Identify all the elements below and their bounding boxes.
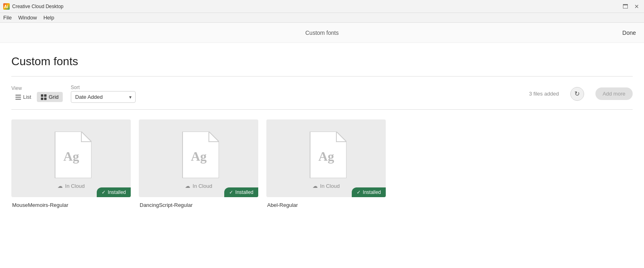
svg-rect-3 <box>15 97 21 98</box>
title-bar: Ai Creative Cloud Desktop 🗖 ✕ <box>0 0 644 13</box>
font-name-2: Abel-Regular <box>266 201 386 208</box>
sort-select[interactable]: Date Added Name <box>71 91 136 103</box>
svg-text:Ai: Ai <box>4 4 8 9</box>
menu-window[interactable]: Window <box>18 15 37 21</box>
cloud-status-text: In Cloud <box>320 183 340 189</box>
font-names-row: MouseMemoirs-Regular DancingScript-Regul… <box>11 201 633 208</box>
cloud-status: ☁ In Cloud <box>312 183 340 189</box>
font-name-label: DancingScript-Regular <box>139 202 193 208</box>
app-title: Creative Cloud Desktop <box>12 4 621 9</box>
font-file-icon: Ag <box>306 132 346 178</box>
font-icon: Ag <box>51 132 91 178</box>
files-added-text: 3 files added <box>529 91 559 97</box>
grid-icon <box>41 94 47 100</box>
installed-badge: ✓ Installed <box>352 187 386 197</box>
refresh-icon: ↻ <box>574 90 580 98</box>
main-content: Custom fonts View List <box>0 43 644 208</box>
cloud-status-text: In Cloud <box>65 183 85 189</box>
menu-bar: File Window Help <box>0 13 644 23</box>
check-icon: ✓ <box>102 189 106 195</box>
sort-section: Sort Date Added Name ▾ <box>71 85 136 103</box>
controls-divider <box>11 109 633 110</box>
font-file-icon: Ag <box>51 132 91 178</box>
cloud-icon: ☁ <box>312 183 318 189</box>
svg-text:Ag: Ag <box>318 149 334 164</box>
check-icon: ✓ <box>357 189 361 195</box>
font-name-1: DancingScript-Regular <box>139 201 258 208</box>
font-card-inner: Ag ☁ In Cloud <box>266 119 386 197</box>
cloud-status: ☁ In Cloud <box>57 183 85 189</box>
header-title: Custom fonts <box>305 30 338 36</box>
font-icon: Ag <box>179 132 219 178</box>
sort-label: Sort <box>71 85 134 90</box>
font-name-label: Abel-Regular <box>266 202 299 208</box>
list-icon <box>15 94 21 100</box>
installed-label: Installed <box>363 189 381 195</box>
svg-rect-7 <box>41 98 43 100</box>
cloud-icon: ☁ <box>57 183 63 189</box>
header-bar: Custom fonts Done <box>0 23 644 43</box>
installed-badge: ✓ Installed <box>97 187 131 197</box>
font-card: Ag ☁ In Cloud ✓ Installed <box>11 119 131 197</box>
svg-rect-8 <box>44 98 47 100</box>
font-card: Ag ☁ In Cloud ✓ Installed <box>266 119 386 197</box>
list-view-button[interactable]: List <box>11 92 35 102</box>
done-button[interactable]: Done <box>623 30 636 36</box>
svg-text:Ag: Ag <box>191 149 206 164</box>
cloud-status-text: In Cloud <box>193 183 212 189</box>
refresh-button[interactable]: ↻ <box>570 87 584 101</box>
view-section: View List G <box>11 85 63 102</box>
sort-wrapper: Date Added Name ▾ <box>71 91 136 103</box>
list-label: List <box>23 94 31 100</box>
svg-rect-6 <box>44 94 47 97</box>
menu-file[interactable]: File <box>3 15 12 21</box>
cloud-status: ☁ In Cloud <box>185 183 212 189</box>
add-more-button[interactable]: Add more <box>595 87 633 100</box>
check-icon: ✓ <box>229 189 233 195</box>
view-controls: List Grid <box>11 92 63 102</box>
installed-label: Installed <box>108 189 126 195</box>
font-card: Ag ☁ In Cloud ✓ Installed <box>139 119 258 197</box>
font-card-inner: Ag ☁ In Cloud <box>139 119 258 197</box>
controls-row: View List G <box>11 85 633 103</box>
svg-rect-4 <box>15 99 21 100</box>
svg-text:Ag: Ag <box>63 149 79 164</box>
font-name-0: MouseMemoirs-Regular <box>11 201 131 208</box>
menu-help[interactable]: Help <box>43 15 54 21</box>
grid-view-button[interactable]: Grid <box>37 92 63 102</box>
font-icon: Ag <box>306 132 346 178</box>
font-file-icon: Ag <box>179 132 219 178</box>
font-grid: Ag ☁ In Cloud ✓ Installed <box>11 119 633 197</box>
app-logo-icon: Ai <box>3 3 10 10</box>
installed-label: Installed <box>235 189 253 195</box>
grid-label: Grid <box>49 94 59 100</box>
cloud-icon: ☁ <box>185 183 190 189</box>
svg-rect-5 <box>41 94 43 97</box>
font-card-inner: Ag ☁ In Cloud <box>11 119 131 197</box>
title-divider <box>11 76 633 77</box>
restore-button[interactable]: 🗖 <box>621 2 629 11</box>
close-button[interactable]: ✕ <box>633 2 641 11</box>
window-controls: 🗖 ✕ <box>621 2 641 11</box>
svg-rect-2 <box>15 95 21 96</box>
view-label: View <box>11 85 61 91</box>
page-title: Custom fonts <box>11 55 633 68</box>
installed-badge: ✓ Installed <box>224 187 258 197</box>
font-name-label: MouseMemoirs-Regular <box>11 202 69 208</box>
